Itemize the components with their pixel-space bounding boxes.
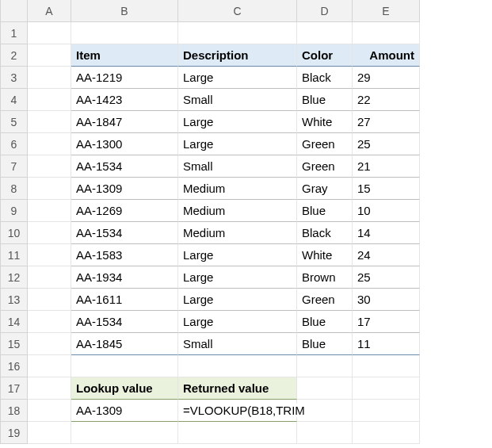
row-header-9[interactable]: 9 — [1, 200, 28, 222]
cell-B12[interactable]: AA-1934 — [71, 266, 178, 289]
cell-D4[interactable]: Blue — [297, 89, 353, 111]
row-header-15[interactable]: 15 — [1, 333, 28, 355]
cell-A10[interactable] — [28, 222, 71, 244]
cell-C6[interactable]: Large — [178, 133, 297, 155]
cell-A9[interactable] — [28, 200, 71, 222]
cell-B7[interactable]: AA-1534 — [71, 155, 178, 178]
row-header-2[interactable]: 2 — [1, 44, 28, 67]
cell-E1[interactable] — [353, 22, 420, 44]
cell-A19[interactable] — [28, 422, 71, 444]
row-header-8[interactable]: 8 — [1, 178, 28, 200]
cell-D13[interactable]: Green — [297, 289, 353, 311]
cell-C8[interactable]: Medium — [178, 178, 297, 200]
cell-E3[interactable]: 29 — [353, 67, 420, 89]
cell-C18[interactable]: =VLOOKUP(B18,TRIM — [178, 400, 297, 422]
cell-E14[interactable]: 17 — [353, 311, 420, 333]
cell-B14[interactable]: AA-1534 — [71, 311, 178, 333]
cell-D19[interactable] — [297, 422, 353, 444]
cell-D17[interactable] — [297, 377, 353, 400]
cell-D8[interactable]: Gray — [297, 178, 353, 200]
cell-A17[interactable] — [28, 377, 71, 400]
row-header-19[interactable]: 19 — [1, 422, 28, 444]
cell-B18[interactable]: AA-1309 — [71, 400, 178, 422]
cell-B16[interactable] — [71, 355, 178, 377]
cell-B17[interactable]: Lookup value — [71, 377, 178, 400]
cell-A2[interactable] — [28, 44, 71, 67]
cell-D3[interactable]: Black — [297, 67, 353, 89]
cell-D9[interactable]: Blue — [297, 200, 353, 222]
select-all-corner[interactable] — [1, 0, 28, 22]
cell-C3[interactable]: Large — [178, 67, 297, 89]
cell-E6[interactable]: 25 — [353, 133, 420, 155]
col-header-E[interactable]: E — [353, 0, 420, 22]
cell-A12[interactable] — [28, 266, 71, 289]
cell-A3[interactable] — [28, 67, 71, 89]
cell-B2[interactable]: Item — [71, 44, 178, 67]
row-header-10[interactable]: 10 — [1, 222, 28, 244]
cell-E12[interactable]: 25 — [353, 266, 420, 289]
cell-B15[interactable]: AA-1845 — [71, 333, 178, 355]
cell-E10[interactable]: 14 — [353, 222, 420, 244]
cell-E17[interactable] — [353, 377, 420, 400]
cell-B1[interactable] — [71, 22, 178, 44]
cell-D14[interactable]: Blue — [297, 311, 353, 333]
cell-A15[interactable] — [28, 333, 71, 355]
cell-E13[interactable]: 30 — [353, 289, 420, 311]
row-header-4[interactable]: 4 — [1, 89, 28, 111]
cell-C16[interactable] — [178, 355, 297, 377]
cell-E19[interactable] — [353, 422, 420, 444]
cell-E16[interactable] — [353, 355, 420, 377]
cell-C1[interactable] — [178, 22, 297, 44]
cell-C9[interactable]: Medium — [178, 200, 297, 222]
row-header-12[interactable]: 12 — [1, 266, 28, 289]
cell-E5[interactable]: 27 — [353, 111, 420, 133]
cell-B10[interactable]: AA-1534 — [71, 222, 178, 244]
row-header-1[interactable]: 1 — [1, 22, 28, 44]
cell-A11[interactable] — [28, 244, 71, 266]
cell-A7[interactable] — [28, 155, 71, 178]
cell-C17[interactable]: Returned value — [178, 377, 297, 400]
cell-E9[interactable]: 10 — [353, 200, 420, 222]
cell-A18[interactable] — [28, 400, 71, 422]
cell-C15[interactable]: Small — [178, 333, 297, 355]
cell-B5[interactable]: AA-1847 — [71, 111, 178, 133]
cell-B19[interactable] — [71, 422, 178, 444]
row-header-13[interactable]: 13 — [1, 289, 28, 311]
cell-A16[interactable] — [28, 355, 71, 377]
cell-C19[interactable] — [178, 422, 297, 444]
cell-D7[interactable]: Green — [297, 155, 353, 178]
cell-E18[interactable] — [353, 400, 420, 422]
cell-D10[interactable]: Black — [297, 222, 353, 244]
cell-D15[interactable]: Blue — [297, 333, 353, 355]
cell-D5[interactable]: White — [297, 111, 353, 133]
spreadsheet-grid[interactable]: A B C D E 1 2 Item Description Color Amo… — [0, 0, 492, 444]
cell-A8[interactable] — [28, 178, 71, 200]
cell-D1[interactable] — [297, 22, 353, 44]
row-header-3[interactable]: 3 — [1, 67, 28, 89]
row-header-7[interactable]: 7 — [1, 155, 28, 178]
cell-E7[interactable]: 21 — [353, 155, 420, 178]
cell-C7[interactable]: Small — [178, 155, 297, 178]
cell-C13[interactable]: Large — [178, 289, 297, 311]
cell-C12[interactable]: Large — [178, 266, 297, 289]
cell-C5[interactable]: Large — [178, 111, 297, 133]
cell-D6[interactable]: Green — [297, 133, 353, 155]
cell-C10[interactable]: Medium — [178, 222, 297, 244]
cell-A6[interactable] — [28, 133, 71, 155]
col-header-A[interactable]: A — [28, 0, 71, 22]
cell-A5[interactable] — [28, 111, 71, 133]
row-header-17[interactable]: 17 — [1, 377, 28, 400]
cell-B13[interactable]: AA-1611 — [71, 289, 178, 311]
cell-A14[interactable] — [28, 311, 71, 333]
cell-E4[interactable]: 22 — [353, 89, 420, 111]
cell-C4[interactable]: Small — [178, 89, 297, 111]
cell-B6[interactable]: AA-1300 — [71, 133, 178, 155]
cell-B3[interactable]: AA-1219 — [71, 67, 178, 89]
col-header-C[interactable]: C — [178, 0, 297, 22]
cell-B8[interactable]: AA-1309 — [71, 178, 178, 200]
cell-C11[interactable]: Large — [178, 244, 297, 266]
row-header-16[interactable]: 16 — [1, 355, 28, 377]
row-header-18[interactable]: 18 — [1, 400, 28, 422]
row-header-11[interactable]: 11 — [1, 244, 28, 266]
cell-D12[interactable]: Brown — [297, 266, 353, 289]
